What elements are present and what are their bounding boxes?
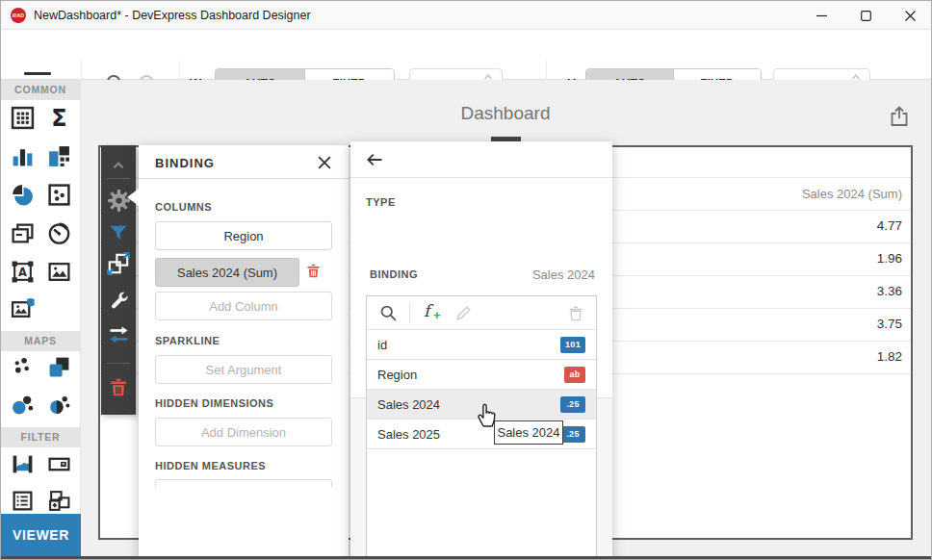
maximize-icon <box>861 11 871 21</box>
convert-item-button[interactable] <box>106 251 131 276</box>
function-icon: f <box>424 301 429 320</box>
field-type-badge: 101 <box>560 337 585 353</box>
text-box-icon[interactable]: A <box>11 260 35 284</box>
mouse-cursor <box>475 399 498 428</box>
geo-point-map-icon[interactable] <box>11 355 35 379</box>
add-calculated-field-button[interactable]: f + <box>421 301 444 324</box>
trash-icon <box>108 376 129 398</box>
treemap-icon[interactable] <box>47 144 71 168</box>
scatter-chart-icon[interactable] <box>47 183 71 207</box>
binding-panel: BINDING COLUMNS Region Sales 2024 (Sum) … <box>139 145 349 560</box>
tree-view-icon[interactable] <box>47 489 71 513</box>
sigma-widget-icon[interactable]: Σ <box>47 106 71 130</box>
app-logo: RAD <box>11 8 26 23</box>
add-measure-button[interactable] <box>155 479 332 487</box>
svg-text:A: A <box>18 266 27 279</box>
measure-editor-panel: TYPE Σ ABC BINDING Sales 2024 <box>350 141 612 560</box>
section-header-maps: MAPS <box>1 331 80 351</box>
hidden-measures-label: HIDDEN MEASURES <box>155 460 266 471</box>
maximize-button[interactable] <box>844 1 888 30</box>
delete-item-button[interactable] <box>106 374 131 399</box>
pie-chart-icon[interactable] <box>11 183 35 207</box>
svg-text:Σ: Σ <box>51 106 66 130</box>
window-title: NewDashboard* - DevExpress Dashboard Des… <box>34 1 311 30</box>
sparkline-section-label: SPARKLINE <box>155 335 220 346</box>
binding-section-label: BINDING <box>370 268 418 280</box>
close-icon <box>905 11 916 21</box>
swap-arrows-icon <box>107 323 131 346</box>
type-section-label: TYPE <box>366 196 396 208</box>
minimize-icon <box>816 11 827 21</box>
set-argument-button[interactable]: Set Argument <box>155 355 332 384</box>
add-column-button[interactable]: Add Column <box>155 292 332 320</box>
filter-icon <box>108 222 129 243</box>
field-row-region[interactable]: Region ab <box>367 360 596 390</box>
pie-map-icon[interactable] <box>47 393 71 417</box>
columns-section-label: COLUMNS <box>155 201 212 213</box>
column-chip-region[interactable]: Region <box>155 221 332 250</box>
image-icon[interactable] <box>47 260 71 284</box>
app-window: RAD NewDashboard* - DevExpress Dashboard… <box>0 0 932 560</box>
title-bar: RAD NewDashboard* - DevExpress Dashboard… <box>1 1 931 30</box>
collapse-strip-button[interactable] <box>106 153 131 178</box>
bubble-map-icon[interactable] <box>11 393 35 417</box>
add-dimension-button[interactable]: Add Dimension <box>155 418 332 446</box>
export-button[interactable] <box>888 104 913 129</box>
field-row-id[interactable]: id 101 <box>367 330 596 360</box>
cards-icon[interactable] <box>11 221 35 245</box>
field-type-badge: ab <box>564 367 585 383</box>
filters-button[interactable] <box>106 220 131 245</box>
options-button[interactable] <box>106 289 131 314</box>
dashboard-title: Dashboard <box>98 103 913 124</box>
field-type-badge: .25 <box>560 396 585 413</box>
column-chip-sales-2024[interactable]: Sales 2024 (Sum) <box>155 258 299 287</box>
back-button[interactable] <box>364 150 385 169</box>
field-tooltip: Sales 2024 <box>494 420 563 445</box>
combo-box-icon[interactable] <box>47 452 71 476</box>
close-panel-button[interactable] <box>315 153 334 172</box>
search-icon[interactable] <box>378 303 399 323</box>
window-bottom-edge <box>1 556 931 560</box>
close-button[interactable] <box>889 1 932 30</box>
bar-chart-icon[interactable] <box>11 144 35 168</box>
trash-icon <box>305 262 322 280</box>
binding-caption: Sales 2024 <box>532 267 595 282</box>
field-type-badge: .25 <box>560 426 585 443</box>
list-box-icon[interactable] <box>11 489 35 513</box>
pivot-grid-icon[interactable] <box>11 106 35 130</box>
main-toolbar: ↶ ↷ W: AUTO FIXED px H: AUTO FIXED px <box>1 30 931 80</box>
delete-field-button[interactable] <box>567 304 584 322</box>
close-icon <box>315 153 334 172</box>
swap-values-button[interactable] <box>106 322 131 347</box>
chevron-up-icon <box>110 157 127 174</box>
plus-icon: + <box>433 308 441 322</box>
section-header-filter: FILTER <box>1 427 80 447</box>
viewer-button[interactable]: VIEWER <box>1 514 81 556</box>
binding-panel-title: BINDING <box>155 156 215 170</box>
wrench-icon <box>108 291 130 313</box>
remove-column-button[interactable] <box>305 262 323 281</box>
export-icon <box>888 104 911 129</box>
panel-pointer-notch <box>127 189 139 206</box>
section-header-common: COMMON <box>1 80 80 100</box>
back-arrow-icon <box>364 150 385 169</box>
minimize-button[interactable] <box>800 1 843 30</box>
gauge-icon[interactable] <box>47 221 71 245</box>
hidden-dimensions-label: HIDDEN DIMENSIONS <box>155 397 273 409</box>
edit-field-button[interactable] <box>454 304 473 322</box>
bound-image-icon[interactable] <box>11 296 35 320</box>
range-filter-icon[interactable] <box>11 452 35 476</box>
choropleth-map-icon[interactable] <box>47 355 71 379</box>
convert-icon <box>106 251 131 276</box>
